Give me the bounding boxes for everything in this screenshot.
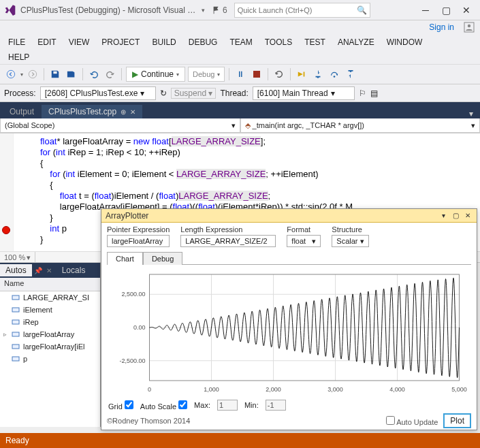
continue-button[interactable]: ▶ Continue ▾: [126, 67, 185, 82]
menu-team[interactable]: TEAM: [224, 36, 257, 48]
autoscale-checkbox[interactable]: Auto Scale: [140, 400, 187, 411]
menu-build[interactable]: BUILD: [146, 36, 181, 48]
menu-file[interactable]: FILE: [3, 36, 31, 48]
suspend-button[interactable]: Suspend ▾: [171, 88, 217, 99]
tab-chart[interactable]: Chart: [107, 252, 143, 265]
svg-rect-5: [304, 72, 305, 77]
svg-rect-4: [253, 71, 260, 78]
step-out-button[interactable]: [344, 67, 357, 81]
window-title: CPlusPlusTest (Debugging) - Microsoft Vi…: [20, 5, 197, 15]
thread-flag-icon[interactable]: ⚐: [359, 89, 366, 98]
pin-icon[interactable]: 📌: [32, 267, 44, 274]
nav-back-button[interactable]: [4, 67, 18, 81]
thread-label: Thread:: [220, 89, 248, 98]
tab-output[interactable]: Output: [3, 105, 41, 118]
toolbar: ▾ ▶ Continue ▾ Debug ▾ ⏸: [0, 64, 480, 84]
signin-link[interactable]: Sign in: [429, 22, 454, 32]
svg-text:0: 0: [148, 386, 151, 393]
breakpoint-icon[interactable]: [2, 226, 10, 234]
autos-row[interactable]: LARGE_ARRAY_SI: [0, 291, 100, 304]
redo-button[interactable]: [103, 67, 117, 81]
process-dropdown[interactable]: [2608] CPlusPlusTest.exe ▾: [40, 86, 156, 100]
close-icon[interactable]: ✕: [130, 108, 135, 116]
zoom-dropdown[interactable]: 100 % ▾: [0, 252, 35, 263]
autos-row[interactable]: ▹largeFloatArray: [0, 328, 100, 340]
close-icon[interactable]: ✕: [44, 267, 54, 274]
svg-text:-2,500.00: -2,500.00: [119, 357, 145, 364]
stop-button[interactable]: [250, 67, 263, 81]
document-tabs: Output CPlusPlusTest.cpp ⊕ ✕ ▾: [0, 102, 480, 118]
restart-button[interactable]: [272, 67, 286, 81]
svg-text:2,500.00: 2,500.00: [121, 291, 145, 298]
undo-button[interactable]: [87, 67, 101, 81]
quick-launch-input[interactable]: [238, 6, 357, 14]
autoupdate-checkbox[interactable]: Auto Update: [386, 416, 438, 426]
maximize-button[interactable]: ▢: [436, 3, 455, 17]
svg-rect-13: [12, 345, 19, 349]
thread-dropdown[interactable]: [6100] Main Thread ▾: [253, 86, 355, 100]
cycle-process-icon[interactable]: ↻: [160, 89, 167, 98]
tab-autos[interactable]: Autos: [0, 264, 32, 276]
config-dropdown[interactable]: Debug ▾: [188, 67, 225, 82]
quick-launch[interactable]: 🔍: [234, 3, 370, 18]
structure-dropdown[interactable]: Scalar▾: [332, 235, 369, 247]
menu-tools[interactable]: TOOLS: [259, 36, 298, 48]
menu-view[interactable]: VIEW: [63, 36, 95, 48]
pause-button[interactable]: ⏸: [234, 67, 247, 81]
show-next-button[interactable]: [295, 67, 308, 81]
chevron-down-icon: ▾: [331, 89, 335, 98]
menu-analyze[interactable]: ANALYZE: [332, 36, 380, 48]
code-navigation-bar: (Global Scope) ▾ ⬘ _tmain(int argc, _TCH…: [0, 118, 480, 133]
plot-button[interactable]: Plot: [443, 413, 471, 428]
autos-row[interactable]: p: [0, 353, 100, 365]
length-input[interactable]: LARGE_ARRAY_SIZE/2: [180, 235, 276, 247]
minimize-button[interactable]: ─: [416, 3, 435, 17]
title-overflow-icon[interactable]: ▾: [202, 7, 205, 14]
process-value: [2608] CPlusPlusTest.exe: [45, 89, 138, 98]
notifications[interactable]: 6: [212, 5, 227, 15]
scope-dropdown[interactable]: (Global Scope) ▾: [0, 118, 240, 133]
account-icon[interactable]: [464, 22, 475, 33]
menu-edit[interactable]: EDIT: [32, 36, 61, 48]
menu-help[interactable]: HELP: [3, 51, 35, 63]
chevron-down-icon[interactable]: ▾: [176, 71, 179, 78]
tab-overflow-icon[interactable]: ▾: [465, 109, 477, 118]
chevron-down-icon: ▾: [217, 71, 220, 78]
panel-close-icon[interactable]: ✕: [463, 211, 473, 221]
vs-logo-icon: [4, 4, 16, 16]
menu-project[interactable]: PROJECT: [96, 36, 145, 48]
tab-locals[interactable]: Locals: [57, 264, 91, 276]
chevron-down-icon[interactable]: ▾: [20, 71, 23, 78]
svg-point-1: [468, 25, 470, 27]
min-input[interactable]: [266, 400, 286, 411]
max-input[interactable]: [217, 400, 238, 411]
tab-debug[interactable]: Debug: [143, 252, 182, 265]
chevron-down-icon: ▾: [231, 121, 236, 130]
menu-test[interactable]: TEST: [299, 36, 331, 48]
grid-checkbox[interactable]: Grid: [108, 400, 133, 411]
step-over-button[interactable]: [327, 67, 341, 81]
autos-row[interactable]: iElement: [0, 304, 100, 316]
menu-window[interactable]: WINDOW: [381, 36, 428, 48]
search-icon[interactable]: 🔍: [357, 5, 367, 15]
panel-menu-icon[interactable]: ▾: [438, 211, 448, 221]
autos-header-name: Name: [0, 278, 100, 291]
close-button[interactable]: ✕: [457, 3, 476, 17]
step-into-button[interactable]: [311, 67, 325, 81]
pointer-input[interactable]: largeFloatArray: [107, 235, 170, 247]
menu-debug[interactable]: DEBUG: [183, 36, 223, 48]
autos-row[interactable]: iRep: [0, 316, 100, 328]
save-button[interactable]: [48, 67, 62, 81]
arrayplotter-panel: ArrayPlotter ▾ ▢ ✕ Pointer Expression la…: [101, 208, 477, 430]
autos-row[interactable]: largeFloatArray[iEl: [0, 340, 100, 353]
pin-icon[interactable]: ⊕: [121, 108, 126, 116]
editor-gutter[interactable]: [0, 133, 14, 262]
panel-maximize-icon[interactable]: ▢: [451, 211, 460, 221]
debug-location-toolbar: Process: [2608] CPlusPlusTest.exe ▾ ↻ Su…: [0, 84, 480, 102]
save-all-button[interactable]: [65, 67, 78, 81]
function-dropdown[interactable]: ⬘ _tmain(int argc, _TCHAR * argv[]) ▾: [240, 118, 481, 133]
nav-fwd-button[interactable]: [26, 67, 39, 81]
format-dropdown[interactable]: float▾: [287, 235, 321, 247]
tab-source-file[interactable]: CPlusPlusTest.cpp ⊕ ✕: [42, 105, 142, 118]
stack-frame-icon[interactable]: ▤: [370, 89, 378, 98]
